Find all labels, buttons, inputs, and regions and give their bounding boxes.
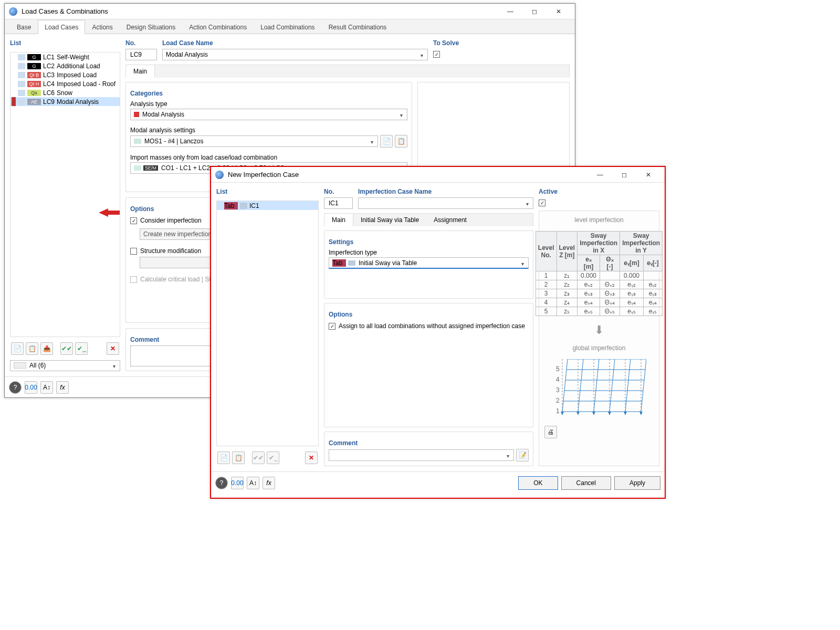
titlebar: New Imperfection Case — ◻ ✕ xyxy=(211,167,665,183)
imp-type-tag: Tab xyxy=(332,259,346,267)
analysis-type-dropdown[interactable]: Modal Analysis xyxy=(130,109,407,120)
tosolve-label: To Solve xyxy=(433,39,570,47)
modal-settings-dropdown[interactable]: MOS1 - #4 | Lanczos xyxy=(130,135,378,147)
maximize-button[interactable]: ◻ xyxy=(522,4,547,19)
ic-subtabs: Main Initial Sway via Table Assignment xyxy=(324,213,533,226)
delete-button[interactable]: ✕ xyxy=(107,342,119,355)
list-item[interactable]: QI H LC4Imposed Load - Roof xyxy=(10,79,120,88)
cancel-button[interactable]: Cancel xyxy=(561,476,611,490)
settings-button[interactable]: 📋 xyxy=(395,135,407,148)
filter-dropdown[interactable]: All (6) xyxy=(10,360,120,371)
label-button[interactable]: A↕ xyxy=(40,381,53,394)
consider-imperfection-checkbox[interactable]: ✓ xyxy=(130,217,137,224)
list-item[interactable]: G LC2Additional Load xyxy=(10,61,120,70)
svg-text:1: 1 xyxy=(556,407,560,415)
no-label: No. xyxy=(125,39,157,47)
help-button[interactable]: ? xyxy=(215,477,228,489)
tab-load-cases[interactable]: Load Cases xyxy=(38,20,85,34)
name-field[interactable]: Modal Analysis xyxy=(162,49,428,60)
no-field[interactable] xyxy=(324,197,353,209)
settings-group: Settings Imperfection type Tab Initial S… xyxy=(324,230,533,299)
uncheck-all-button[interactable]: ✔⎯ xyxy=(267,452,279,464)
ok-button[interactable]: OK xyxy=(518,476,558,490)
svg-text:5: 5 xyxy=(556,365,560,373)
settings-label: Settings xyxy=(329,238,529,246)
list-item[interactable]: Tab IC1 xyxy=(217,201,318,210)
structure-modification-label: Structure modification xyxy=(140,247,201,255)
label-button[interactable]: A↕ xyxy=(247,477,259,489)
preview-sketch: 123 45 xyxy=(552,359,646,418)
comment-field[interactable] xyxy=(329,449,514,461)
uncheck-all-button[interactable]: ✔⎯ xyxy=(75,342,88,355)
analysis-type-value: Modal Analysis xyxy=(142,111,184,118)
app-icon xyxy=(215,171,224,179)
copy-item-button[interactable]: 📋 xyxy=(26,342,38,355)
minimize-button[interactable]: — xyxy=(498,4,522,19)
copy-item-button[interactable]: 📋 xyxy=(232,452,245,464)
svg-line-7 xyxy=(562,359,568,412)
ic-comment-group: Comment 📝 xyxy=(324,432,533,466)
list-item[interactable]: Qs LC6Snow xyxy=(10,88,120,97)
subtab-main[interactable]: Main xyxy=(126,65,155,78)
tab-base[interactable]: Base xyxy=(10,20,38,34)
preview-settings-button[interactable]: 🖨 xyxy=(544,426,557,438)
tab-load-combinations[interactable]: Load Combinations xyxy=(254,20,321,34)
main-tabs: Base Load Cases Actions Design Situation… xyxy=(5,19,575,34)
subtab-main[interactable]: Main xyxy=(324,214,353,226)
name-label: Load Case Name xyxy=(162,39,428,47)
subtab-assignment[interactable]: Assignment xyxy=(426,214,474,226)
apply-button[interactable]: Apply xyxy=(614,476,660,490)
svg-line-12 xyxy=(641,359,646,412)
list-item[interactable]: G LC1Self-Weight xyxy=(10,52,120,61)
structure-modification-checkbox[interactable] xyxy=(130,248,137,255)
import-masses-label: Import masses only from load case/load c… xyxy=(130,154,407,161)
export-button[interactable]: 📤 xyxy=(40,342,53,355)
comment-edit-button[interactable]: 📝 xyxy=(516,449,529,461)
svg-marker-24 xyxy=(639,412,643,415)
imperfection-type-dropdown[interactable]: Tab Initial Sway via Table xyxy=(329,257,529,269)
no-field[interactable] xyxy=(125,49,157,60)
units-button[interactable]: 0.00 xyxy=(25,381,37,394)
svg-marker-21 xyxy=(592,412,595,415)
svg-marker-23 xyxy=(624,412,627,415)
ic-tag: Tab xyxy=(224,202,238,209)
tab-result-combinations[interactable]: Result Combinations xyxy=(322,20,394,34)
formula-button[interactable]: fx xyxy=(262,477,275,489)
check-all-button[interactable]: ✔✔ xyxy=(60,342,73,355)
titlebar: Load Cases & Combinations — ◻ ✕ xyxy=(5,4,575,19)
analysis-type-label: Analysis type xyxy=(130,100,407,108)
modal-settings-value: MOS1 - #4 | Lanczos xyxy=(144,138,204,145)
maximize-button[interactable]: ◻ xyxy=(612,167,636,182)
name-field[interactable] xyxy=(358,197,533,209)
new-item-button[interactable]: 📄 xyxy=(217,452,230,464)
units-button[interactable]: 0.00 xyxy=(231,477,244,489)
check-all-button[interactable]: ✔✔ xyxy=(252,452,265,464)
load-case-list[interactable]: G LC1Self-Weight G LC2Additional Load QI… xyxy=(10,52,120,337)
imperfection-type-value: Initial Sway via Table xyxy=(359,259,417,267)
assign-all-checkbox[interactable]: ✓ xyxy=(329,323,335,330)
ic-list[interactable]: Tab IC1 xyxy=(216,201,319,446)
close-button[interactable]: ✕ xyxy=(636,167,660,182)
help-button[interactable]: ? xyxy=(9,381,22,394)
ic-main: No. Imperfection Case Name Main Initial … xyxy=(324,188,533,466)
tab-action-combinations[interactable]: Action Combinations xyxy=(182,20,254,34)
tab-actions[interactable]: Actions xyxy=(85,20,119,34)
close-button[interactable]: ✕ xyxy=(547,4,571,19)
svg-line-9 xyxy=(594,359,599,412)
preview-title-2: global imperfection xyxy=(573,344,626,352)
list-item[interactable]: AE LC9Modal Analysis xyxy=(10,97,120,106)
tab-design-situations[interactable]: Design Situations xyxy=(120,20,182,34)
list-item[interactable]: QI B LC3Imposed Load xyxy=(10,70,120,79)
window-title: Load Cases & Combinations xyxy=(22,7,498,15)
new-settings-button[interactable]: 📄 xyxy=(380,135,393,148)
active-checkbox[interactable]: ✓ xyxy=(539,200,545,206)
preview-title-1: level imperfection xyxy=(574,216,623,224)
tosolve-checkbox[interactable]: ✓ xyxy=(433,51,440,58)
import-tag: SE/M xyxy=(143,165,158,171)
formula-button[interactable]: fx xyxy=(56,381,69,394)
minimize-button[interactable]: — xyxy=(588,167,612,182)
delete-button[interactable]: ✕ xyxy=(305,452,318,464)
categories-label: Categories xyxy=(130,90,407,97)
new-item-button[interactable]: 📄 xyxy=(11,342,24,355)
subtab-initial-sway[interactable]: Initial Sway via Table xyxy=(353,214,426,226)
